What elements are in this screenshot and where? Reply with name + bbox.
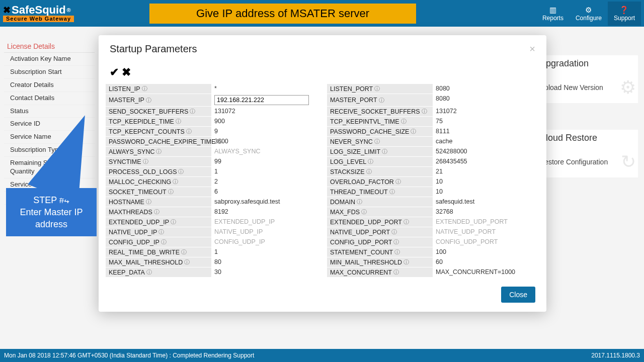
refresh-icon: ↻: [621, 151, 636, 172]
param-value-stacksize[interactable]: 21: [433, 167, 533, 177]
top-nav: ▥ Reports ⚙ Configure ❓ Support: [536, 2, 641, 26]
confirm-icon[interactable]: ✔: [110, 66, 119, 79]
param-value-log_level[interactable]: 268435455: [433, 157, 533, 167]
info-icon[interactable]: ⓘ: [146, 198, 151, 206]
param-value-domain[interactable]: safesquid.test: [433, 197, 533, 207]
master-ip-input[interactable]: [214, 95, 309, 105]
callout-line3: address: [35, 218, 67, 230]
info-icon[interactable]: ⓘ: [181, 248, 187, 256]
param-label-config_udp_ip: CONFIG_UDP_IP ⓘ: [106, 237, 211, 247]
info-icon[interactable]: ⓘ: [173, 178, 178, 186]
upload-new-version-link[interactable]: Upload New Version ⚙: [537, 72, 638, 103]
param-value-always_sync[interactable]: ALWAYS_SYNC: [211, 147, 312, 157]
param-value-max_fds[interactable]: 32768: [433, 207, 533, 217]
param-value-config_udp_port[interactable]: CONFIG_UDP_PORT: [433, 237, 533, 247]
param-label-hostname: HOSTNAME ⓘ: [106, 197, 211, 207]
param-value-min_mail_threshold[interactable]: 60: [433, 257, 533, 267]
param-value-never_sync[interactable]: cache: [433, 137, 533, 147]
info-icon[interactable]: ⓘ: [393, 268, 399, 276]
param-value-password_cache_expire_time[interactable]: 3600: [211, 137, 312, 147]
param-label-malloc_checking: MALLOC_CHECKING ⓘ: [106, 177, 211, 187]
info-icon[interactable]: ⓘ: [161, 238, 167, 246]
param-value-password_cache_size[interactable]: 8111: [433, 127, 533, 137]
info-icon[interactable]: ⓘ: [422, 108, 427, 115]
param-label-log_level: LOG_LEVEL ⓘ: [327, 157, 433, 167]
info-icon[interactable]: ⓘ: [404, 258, 409, 266]
param-value-socket_timeout[interactable]: 6: [211, 187, 312, 197]
info-icon[interactable]: ⓘ: [168, 188, 174, 196]
info-icon[interactable]: ⓘ: [374, 85, 380, 93]
info-icon[interactable]: ⓘ: [176, 118, 181, 125]
param-value-listen_port[interactable]: 8080: [433, 84, 533, 94]
param-value-max_concurrent[interactable]: MAX_CONCURRENT=1000: [433, 267, 533, 278]
param-value-tcp_keepidle_time[interactable]: 900: [211, 117, 312, 127]
param-value-keep_data[interactable]: 30: [211, 267, 312, 278]
sidebar-item-0[interactable]: Activation Key Name: [4, 53, 95, 66]
param-value-native_udp_ip[interactable]: NATIVE_UDP_IP: [211, 227, 312, 237]
info-icon[interactable]: ⓘ: [146, 268, 152, 276]
param-value-extended_udp_ip[interactable]: EXTENDED_UDP_IP: [211, 217, 312, 227]
info-icon[interactable]: ⓘ: [374, 138, 380, 145]
info-icon[interactable]: ⓘ: [368, 158, 373, 165]
param-value-max_mail_threshold[interactable]: 80: [211, 257, 312, 267]
param-value-synctime[interactable]: 99: [211, 157, 312, 167]
info-icon[interactable]: ⓘ: [394, 248, 400, 256]
param-value-native_udp_port[interactable]: NATIVE_UDP_PORT: [433, 227, 533, 237]
sidebar-item-3[interactable]: Contact Details: [4, 92, 95, 105]
param-value-send_socket_buffers[interactable]: 131072: [211, 107, 312, 117]
info-icon[interactable]: ⓘ: [389, 188, 395, 196]
cancel-icon[interactable]: ✖: [122, 66, 131, 79]
param-value-listen_ip[interactable]: *: [211, 84, 312, 94]
param-value-overload_factor[interactable]: 10: [433, 177, 533, 187]
param-value-hostname[interactable]: sabproxy.safesquid.test: [211, 197, 312, 207]
nav-configure[interactable]: ⚙ Configure: [570, 2, 608, 26]
param-value-master_ip[interactable]: [211, 94, 312, 107]
version-text: 2017.1115.1800.3: [591, 352, 640, 359]
info-icon[interactable]: ⓘ: [366, 168, 372, 175]
param-value-master_port[interactable]: 8080: [433, 94, 533, 107]
param-value-log_size_limit[interactable]: 524288000: [433, 147, 533, 157]
param-value-tcp_keepcnt_counts[interactable]: 9: [211, 127, 312, 137]
nav-reports[interactable]: ▥ Reports: [536, 2, 570, 26]
info-icon[interactable]: ⓘ: [146, 97, 151, 104]
status-bar: Mon Jan 08 2018 12:57:46 GMT+0530 (India…: [0, 349, 644, 362]
info-icon[interactable]: ⓘ: [379, 97, 384, 104]
info-icon[interactable]: ⓘ: [391, 228, 397, 236]
modal-title: Startup Parameters: [110, 43, 197, 55]
nav-support[interactable]: ❓ Support: [608, 2, 641, 26]
sidebar-item-1[interactable]: Subscription Start: [4, 66, 95, 79]
close-button[interactable]: Close: [501, 287, 535, 303]
param-value-statement_count[interactable]: 100: [433, 247, 533, 257]
info-icon[interactable]: ⓘ: [171, 218, 176, 226]
info-icon[interactable]: ⓘ: [154, 208, 159, 216]
info-icon[interactable]: ⓘ: [158, 228, 164, 236]
param-value-config_udp_ip[interactable]: CONFIG_UDP_IP: [211, 237, 312, 247]
cogs-icon: ⚙: [585, 6, 592, 15]
sidebar-item-2[interactable]: Creator Details: [4, 79, 95, 92]
param-value-extended_udp_port[interactable]: EXTENDED_UDP_PORT: [433, 217, 533, 227]
param-value-malloc_checking[interactable]: 2: [211, 177, 312, 187]
info-icon[interactable]: ⓘ: [186, 128, 192, 135]
info-icon[interactable]: ⓘ: [142, 85, 147, 93]
param-value-maxthreads[interactable]: 8192: [211, 207, 312, 217]
info-icon[interactable]: ⓘ: [382, 148, 387, 155]
param-value-tcp_keepintvl_time[interactable]: 75: [433, 117, 533, 127]
close-icon[interactable]: ×: [529, 43, 535, 55]
info-icon[interactable]: ⓘ: [143, 158, 148, 165]
info-icon[interactable]: ⓘ: [357, 198, 362, 206]
info-icon[interactable]: ⓘ: [401, 118, 407, 125]
info-icon[interactable]: ⓘ: [393, 238, 399, 246]
info-icon[interactable]: ⓘ: [156, 148, 162, 155]
info-icon[interactable]: ⓘ: [404, 218, 409, 226]
param-value-process_old_logs[interactable]: 1: [211, 167, 312, 177]
info-icon[interactable]: ⓘ: [395, 178, 401, 186]
param-value-real_time_db_write[interactable]: 1: [211, 247, 312, 257]
param-value-receive_socket_buffers[interactable]: 131072: [433, 107, 533, 117]
param-value-thread_timeout[interactable]: 10: [433, 187, 533, 197]
info-icon[interactable]: ⓘ: [361, 208, 367, 216]
restore-configuration-link[interactable]: Restore Configuration ↻: [537, 146, 638, 177]
info-icon[interactable]: ⓘ: [411, 128, 416, 135]
info-icon[interactable]: ⓘ: [178, 168, 184, 175]
info-icon[interactable]: ⓘ: [184, 258, 190, 266]
info-icon[interactable]: ⓘ: [190, 108, 195, 115]
